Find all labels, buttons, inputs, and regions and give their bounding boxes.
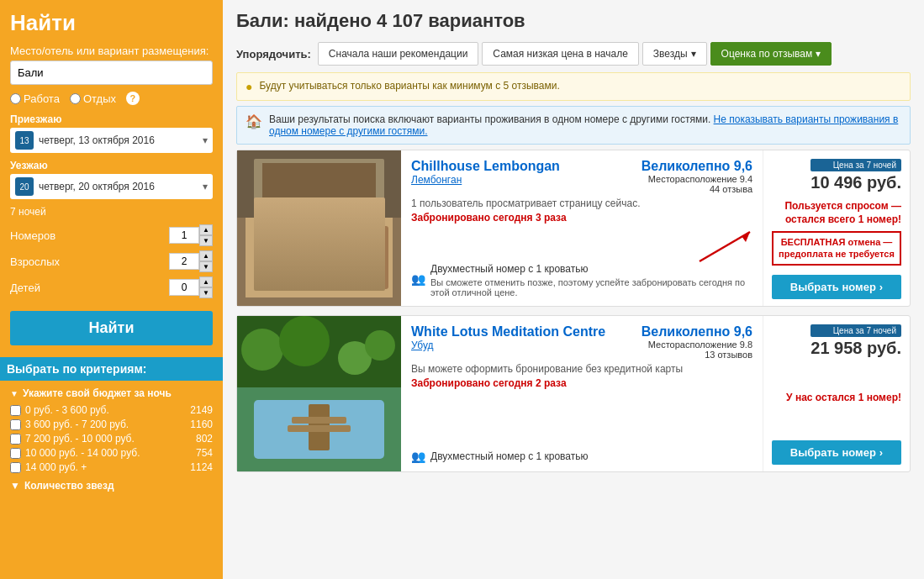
budget-checkbox[interactable] bbox=[10, 434, 21, 445]
adults-buttons: ▲ ▼ bbox=[199, 250, 213, 272]
budget-filter-item: 10 000 руб. - 14 000 руб. 754 bbox=[10, 447, 213, 459]
budget-item-count: 1160 bbox=[190, 418, 213, 430]
price-label-2: Цена за 7 ночей bbox=[810, 324, 901, 337]
rooms-input[interactable] bbox=[169, 227, 199, 244]
svg-rect-4 bbox=[246, 218, 393, 297]
hotel-price-2: Цена за 7 ночей 21 958 руб. У нас осталс… bbox=[763, 316, 910, 471]
budget-filter-item: 3 600 руб. - 7 200 руб. 1160 bbox=[10, 418, 213, 430]
budget-filter-header: ▼ Укажите свой бюджет за ночь bbox=[10, 387, 213, 399]
children-up[interactable]: ▲ bbox=[199, 276, 213, 287]
rooms-row: Номеров ▲ ▼ bbox=[10, 224, 213, 246]
hotel-location-2[interactable]: Убуд bbox=[411, 340, 605, 351]
location-label: Место/отель или вариант размещения: bbox=[10, 45, 213, 57]
rooms-down[interactable]: ▼ bbox=[199, 235, 213, 246]
budget-item-label: 7 200 руб. - 10 000 руб. bbox=[25, 433, 135, 445]
adults-input[interactable] bbox=[169, 253, 199, 270]
budget-item-label: 0 руб. - 3 600 руб. bbox=[25, 404, 109, 416]
hotel-room-row-1: 👥 Двухместный номер с 1 кроватью Вы смож… bbox=[411, 253, 752, 297]
adults-up[interactable]: ▲ bbox=[199, 250, 213, 261]
children-label: Детей bbox=[10, 282, 40, 294]
calendar-icon-2: 20 bbox=[15, 177, 34, 196]
svg-rect-3 bbox=[262, 163, 376, 205]
budget-checkbox[interactable] bbox=[10, 462, 21, 473]
checkin-date-text: четверг, 13 октября 2016 bbox=[39, 134, 198, 146]
price-amount-2: 21 958 руб. bbox=[810, 339, 901, 358]
budget-item-left: 3 600 руб. - 7 200 руб. bbox=[10, 418, 129, 430]
sidebar: Найти Место/отель или вариант размещения… bbox=[0, 0, 223, 579]
hotel-info-1: Chillhouse Lembongan Лембонган Великолеп… bbox=[401, 150, 763, 306]
hotel-reviews-1: 44 отзыва bbox=[642, 184, 752, 194]
stars-title: Количество звезд bbox=[24, 480, 114, 492]
budget-item-label: 3 600 руб. - 7 200 руб. bbox=[25, 418, 129, 430]
info-text-reviews: Будут учитываться только варианты как ми… bbox=[259, 80, 559, 92]
hotel-location-rating-1: Месторасположение 9.4 bbox=[642, 174, 752, 184]
budget-checkbox[interactable] bbox=[10, 419, 21, 430]
budget-item-left: 10 000 руб. - 14 000 руб. bbox=[10, 447, 140, 459]
checkin-field[interactable]: 13 четверг, 13 октября 2016 ▾ bbox=[10, 128, 213, 153]
info-text-shared: Ваши результаты поиска включают варианты… bbox=[269, 113, 901, 137]
svg-rect-8 bbox=[330, 234, 384, 268]
search-button[interactable]: Найти bbox=[10, 311, 213, 345]
rooms-up[interactable]: ▲ bbox=[199, 224, 213, 235]
radio-work[interactable]: Работа bbox=[10, 92, 60, 105]
budget-item-left: 7 200 руб. - 10 000 руб. bbox=[10, 433, 135, 445]
select-room-btn-1[interactable]: Выбрать номер › bbox=[772, 275, 901, 299]
children-spinner[interactable]: ▲ ▼ bbox=[169, 276, 213, 298]
hotel-location-1[interactable]: Лембонган bbox=[411, 174, 560, 186]
hotel-image-1 bbox=[237, 150, 401, 306]
hotel-price-1: Цена за 7 ночей 10 496 руб. Пользуется с… bbox=[763, 150, 910, 306]
svg-point-17 bbox=[241, 329, 283, 371]
children-down[interactable]: ▼ bbox=[199, 287, 213, 298]
hotel-room-row-2: 👥 Двухместный номер с 1 кроватью bbox=[411, 443, 752, 463]
checkout-dropdown-icon: ▾ bbox=[203, 181, 208, 192]
room-name-2: Двухместный номер с 1 кроватью bbox=[430, 450, 589, 462]
hotel-booked-2: Забронировано сегодня 2 раза bbox=[411, 377, 752, 389]
location-input[interactable] bbox=[10, 61, 213, 85]
rooms-spinner[interactable]: ▲ ▼ bbox=[169, 224, 213, 246]
sidebar-title: Найти bbox=[10, 10, 213, 36]
sort-rating[interactable]: Оценка по отзывам ▾ bbox=[710, 42, 832, 66]
checkout-date-text: четверг, 20 октября 2016 bbox=[39, 181, 198, 192]
help-icon[interactable]: ? bbox=[126, 92, 140, 105]
adults-spinner[interactable]: ▲ ▼ bbox=[169, 250, 213, 272]
shared-icon: 🏠 bbox=[246, 113, 262, 129]
budget-arrow-icon: ▼ bbox=[10, 389, 18, 398]
hotel-rating-1: Великолепно 9,6 Месторасположение 9.4 44… bbox=[642, 159, 752, 194]
budget-filter-item: 0 руб. - 3 600 руб. 2149 bbox=[10, 404, 213, 416]
price-amount-1: 10 496 руб. bbox=[810, 173, 901, 192]
room-icon-1: 👥 bbox=[411, 272, 425, 286]
checkout-field[interactable]: 20 четверг, 20 октября 2016 ▾ bbox=[10, 174, 213, 199]
budget-title: Укажите свой бюджет за ночь bbox=[23, 387, 172, 399]
filter-section-title: Выбрать по критериям: bbox=[0, 357, 223, 381]
budget-filter-item: 7 200 руб. - 10 000 руб. 802 bbox=[10, 433, 213, 445]
info-bar-reviews: ● Будут учитываться только варианты как … bbox=[236, 72, 911, 101]
svg-rect-10 bbox=[334, 272, 384, 289]
sort-lowest-price[interactable]: Самая низкая цена в начале bbox=[482, 42, 638, 66]
sort-stars[interactable]: Звезды ▾ bbox=[642, 42, 707, 66]
children-input[interactable] bbox=[169, 279, 199, 296]
hotel-header-1: Chillhouse Lembongan Лембонган Великолеп… bbox=[411, 159, 752, 194]
budget-checkbox[interactable] bbox=[10, 448, 21, 459]
trip-type-group: Работа Отдых ? bbox=[10, 92, 213, 105]
room-icon-2: 👥 bbox=[411, 450, 425, 463]
hotel-location-rating-2: Месторасположение 9.8 bbox=[642, 340, 752, 350]
budget-item-count: 2149 bbox=[190, 404, 213, 416]
stars-arrow-icon: ▼ bbox=[10, 480, 20, 492]
adults-down[interactable]: ▼ bbox=[199, 261, 213, 272]
rooms-buttons: ▲ ▼ bbox=[199, 224, 213, 246]
radio-rest[interactable]: Отдых bbox=[70, 92, 116, 105]
budget-item-count: 754 bbox=[196, 447, 213, 459]
hotel-name-1[interactable]: Chillhouse Lembongan bbox=[411, 159, 560, 173]
budget-item-count: 802 bbox=[196, 433, 213, 445]
checkin-label: Приезжаю bbox=[10, 113, 213, 125]
svg-rect-7 bbox=[258, 234, 317, 268]
children-buttons: ▲ ▼ bbox=[199, 276, 213, 298]
hotel-rating-2: Великолепно 9,6 Месторасположение 9.8 13… bbox=[642, 324, 752, 360]
hotel-name-2[interactable]: White Lotus Meditation Centre bbox=[411, 324, 605, 339]
price-label-1: Цена за 7 ночей bbox=[810, 159, 901, 171]
budget-checkbox[interactable] bbox=[10, 405, 21, 416]
free-cancel-badge: БЕСПЛАТНАЯ отмена — предоплата не требуе… bbox=[772, 231, 901, 266]
svg-rect-6 bbox=[325, 226, 388, 289]
select-room-btn-2[interactable]: Выбрать номер › bbox=[772, 440, 901, 465]
sort-recommended[interactable]: Сначала наши рекомендации bbox=[318, 42, 479, 66]
